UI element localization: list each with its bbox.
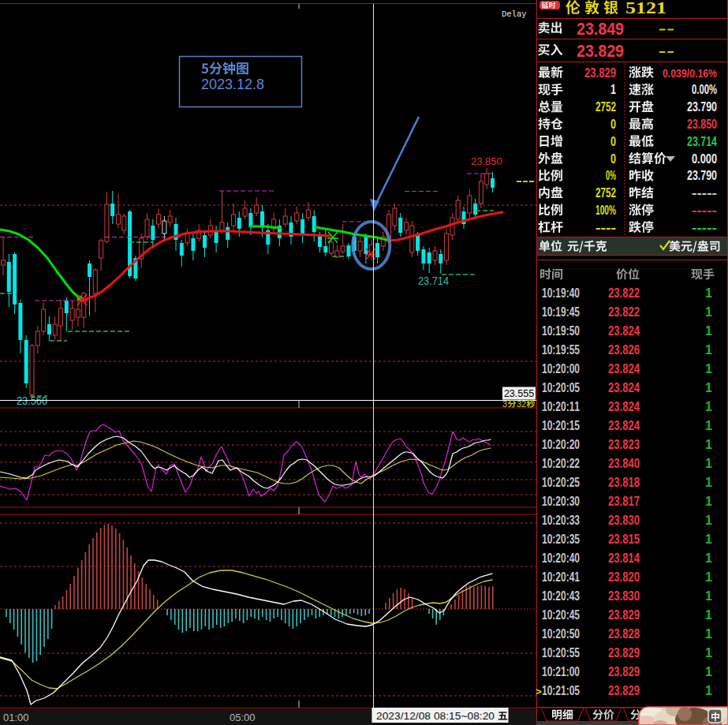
svg-text:23.714: 23.714 (418, 275, 449, 287)
svg-text:1: 1 (705, 551, 712, 565)
svg-text:23.824: 23.824 (608, 324, 640, 338)
svg-text:23.824: 23.824 (608, 419, 640, 432)
svg-text:1: 1 (705, 438, 712, 451)
svg-text:1: 1 (705, 627, 712, 641)
svg-text:10:20:25: 10:20:25 (542, 476, 580, 489)
svg-text:10:20:41: 10:20:41 (542, 570, 580, 584)
svg-text:10:20:00: 10:20:00 (542, 362, 580, 376)
svg-text:23.823: 23.823 (608, 438, 640, 451)
svg-text:2023.12.8: 2023.12.8 (201, 77, 264, 92)
svg-text:1: 1 (705, 400, 712, 413)
svg-text:-----: ----- (692, 186, 717, 200)
svg-text:10:20:33: 10:20:33 (542, 514, 580, 527)
svg-text:1: 1 (705, 457, 712, 470)
svg-text:01:00: 01:00 (3, 712, 29, 723)
svg-text:1: 1 (705, 324, 712, 338)
svg-text:23.830: 23.830 (608, 514, 640, 527)
svg-text:10:21:05: 10:21:05 (542, 684, 580, 697)
svg-text:1: 1 (705, 570, 712, 584)
svg-text:0.00%: 0.00% (692, 83, 717, 96)
svg-text:1: 1 (705, 646, 712, 660)
svg-text:32: 32 (517, 399, 526, 409)
svg-text:1: 1 (610, 83, 616, 96)
svg-text:23.822: 23.822 (608, 305, 640, 319)
svg-text:23.829: 23.829 (608, 646, 640, 660)
svg-text:0%: 0% (606, 169, 616, 182)
svg-text:23.555: 23.555 (504, 388, 534, 399)
svg-text:23.824: 23.824 (608, 400, 640, 413)
svg-text:23.815: 23.815 (608, 533, 640, 546)
svg-text:0: 0 (610, 118, 616, 131)
svg-text:10:19:50: 10:19:50 (542, 324, 580, 338)
svg-text:1: 1 (705, 514, 712, 527)
svg-text:1: 1 (705, 419, 712, 432)
svg-text:1: 1 (705, 495, 712, 508)
svg-text:23.714: 23.714 (687, 135, 717, 148)
svg-text:10:20:35: 10:20:35 (542, 533, 580, 546)
svg-text:10:20:43: 10:20:43 (542, 589, 580, 603)
svg-text:23.850: 23.850 (687, 118, 717, 131)
svg-text:23.820: 23.820 (608, 570, 640, 584)
svg-text:23.817: 23.817 (608, 495, 640, 508)
svg-text:10:20:15: 10:20:15 (542, 419, 580, 432)
svg-text:0.000: 0.000 (692, 152, 717, 166)
svg-text:10:20:50: 10:20:50 (542, 627, 580, 641)
svg-text:10:19:40: 10:19:40 (542, 286, 580, 300)
svg-text:10:20:30: 10:20:30 (542, 495, 580, 508)
svg-text:23.829: 23.829 (608, 608, 640, 622)
svg-text:Delay: Delay (502, 9, 527, 19)
svg-text:10:20:45: 10:20:45 (542, 608, 580, 622)
svg-text:2752: 2752 (595, 100, 616, 114)
svg-text:10:20:22: 10:20:22 (542, 457, 580, 470)
svg-text:1: 1 (705, 608, 712, 622)
svg-text:10:20:20: 10:20:20 (542, 438, 580, 451)
svg-text:1: 1 (705, 684, 712, 697)
svg-text:1: 1 (705, 305, 712, 319)
svg-text:100%: 100% (595, 204, 616, 217)
svg-text:>: > (536, 686, 542, 697)
svg-text:1: 1 (705, 665, 712, 678)
svg-text:23.790: 23.790 (687, 169, 717, 182)
svg-text:1: 1 (705, 533, 712, 546)
svg-text:1: 1 (705, 286, 712, 300)
svg-text:10:20:11: 10:20:11 (542, 400, 580, 413)
svg-text:10:20:05: 10:20:05 (542, 381, 580, 394)
svg-text:5121: 5121 (625, 0, 666, 17)
svg-text:2752: 2752 (595, 186, 616, 200)
svg-text:23.829: 23.829 (584, 66, 616, 80)
svg-text:23.818: 23.818 (608, 476, 640, 489)
svg-text:05:00: 05:00 (230, 712, 256, 723)
svg-text:-----: ----- (692, 221, 717, 234)
svg-text:1: 1 (705, 343, 712, 357)
svg-text:23.824: 23.824 (608, 362, 640, 376)
svg-text:23.829: 23.829 (577, 42, 624, 61)
svg-text:23.814: 23.814 (608, 551, 640, 565)
svg-text:23.829: 23.829 (608, 684, 640, 697)
svg-text:10:20:40: 10:20:40 (542, 551, 580, 565)
svg-text:10:19:45: 10:19:45 (542, 305, 580, 319)
svg-text:23.824: 23.824 (608, 381, 640, 394)
svg-text:23.790: 23.790 (687, 100, 717, 114)
svg-text:1: 1 (705, 476, 712, 489)
svg-text:0: 0 (610, 135, 616, 148)
svg-text:1: 1 (705, 381, 712, 394)
svg-text:0: 0 (610, 152, 616, 166)
svg-text:23.826: 23.826 (608, 343, 640, 357)
svg-text:0.039/0.16%: 0.039/0.16% (663, 67, 717, 80)
svg-text:23.828: 23.828 (608, 627, 640, 641)
svg-text:1: 1 (705, 589, 712, 603)
svg-text:10:19:55: 10:19:55 (542, 343, 580, 357)
svg-text:-----: ----- (692, 204, 717, 217)
svg-text:3: 3 (502, 399, 507, 409)
svg-text:23.850: 23.850 (471, 155, 502, 167)
svg-text:23.840: 23.840 (608, 457, 640, 470)
svg-text:23.829: 23.829 (608, 665, 640, 678)
svg-text:10:21:00: 10:21:00 (542, 665, 580, 678)
svg-text:2023/12/08 08:15~08:20: 2023/12/08 08:15~08:20 (376, 710, 495, 722)
svg-text:23.849: 23.849 (577, 20, 624, 39)
svg-text:1: 1 (705, 362, 712, 376)
svg-text:10:20:55: 10:20:55 (542, 646, 580, 660)
svg-text:23.830: 23.830 (608, 589, 640, 603)
svg-text:23.822: 23.822 (608, 286, 640, 300)
svg-text:----: ---- (595, 221, 616, 234)
